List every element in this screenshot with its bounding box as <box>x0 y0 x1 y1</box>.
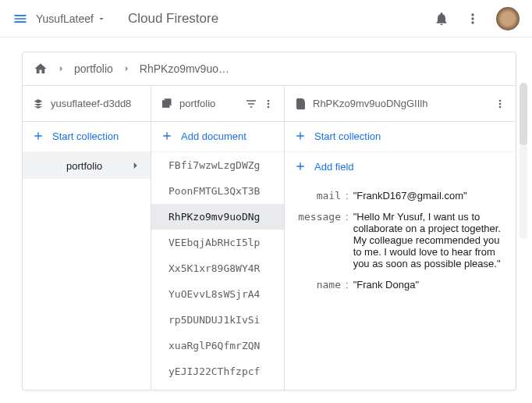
project-chevron-icon[interactable] <box>97 14 106 23</box>
more-vert-icon[interactable] <box>465 11 481 27</box>
plus-icon <box>294 160 307 173</box>
action-label: Start collection <box>314 130 381 142</box>
column-collection: portfolio Add document <box>151 86 285 390</box>
collection-item[interactable]: portfolio <box>23 152 151 179</box>
breadcrumb-item[interactable]: portfolio <box>74 62 113 75</box>
avatar[interactable] <box>496 7 520 30</box>
field-row[interactable]: mail:"FrankD167@gmail.com" <box>296 185 505 206</box>
notifications-icon[interactable] <box>434 11 449 27</box>
document-item[interactable]: VEEbqjAbRHcI5lp <box>151 230 284 255</box>
document-item[interactable]: rp5DUNDUJ1kIvSi <box>151 307 284 333</box>
document-item[interactable]: PoonFMTGL3QxT3B <box>151 178 284 204</box>
start-collection-button[interactable]: Start collection <box>285 122 516 152</box>
breadcrumb-item[interactable]: RhPKzo9mv9uo… <box>140 62 229 75</box>
more-vert-icon[interactable] <box>494 98 506 110</box>
document-item[interactable]: RhPKzo9mv9uoDNg <box>151 204 284 230</box>
add-document-button[interactable]: Add document <box>151 122 284 152</box>
column-header-label: portfolio <box>179 98 239 109</box>
column-header-label: RhPKzo9mv9uoDNgGIIlh <box>313 98 488 109</box>
column-header: yusuflateef-d3dd8 <box>23 86 151 122</box>
column-header: RhPKzo9mv9uoDNgGIIlh <box>285 86 516 122</box>
document-item[interactable]: xuaRglP6QfmrZQN <box>151 333 284 358</box>
plus-icon <box>161 130 173 142</box>
firestore-panel: portfolio RhPKzo9mv9uo… yusuflateef-d3dd… <box>22 52 516 391</box>
action-label: Start collection <box>52 130 119 142</box>
collection-label: portfolio <box>66 160 102 172</box>
chevron-right-icon <box>121 63 132 74</box>
plus-icon <box>294 130 307 142</box>
breadcrumb: portfolio RhPKzo9mv9uo… <box>23 52 516 85</box>
filter-icon[interactable] <box>245 98 257 110</box>
collection-icon <box>161 98 173 110</box>
field-value: "Hello Mr Yusuf, I want us to collaborat… <box>353 211 505 269</box>
more-vert-icon[interactable] <box>262 98 275 110</box>
add-field-button[interactable]: Add field <box>285 152 516 182</box>
project-name[interactable]: YusufLateef <box>36 12 94 25</box>
field-value: "FrankD167@gmail.com" <box>353 190 505 202</box>
document-item[interactable]: YuOEvvL8sWSjrA4 <box>151 281 284 307</box>
document-item[interactable]: yEJIJ22CThfzpcf <box>151 358 284 384</box>
action-label: Add document <box>181 130 246 142</box>
column-header: portfolio <box>151 86 284 122</box>
column-document: RhPKzo9mv9uoDNgGIIlh Start collection <box>285 86 516 390</box>
scrollbar[interactable] <box>520 83 527 239</box>
field-key: name <box>296 279 341 291</box>
document-item[interactable]: Xx5K1xr89G8WY4R <box>151 255 284 281</box>
plus-icon <box>32 130 44 142</box>
chevron-right-icon <box>55 63 66 74</box>
document-item[interactable]: FBfi7wzwLzgDWZg <box>151 152 284 178</box>
scrollbar-thumb[interactable] <box>520 83 527 145</box>
chevron-right-icon <box>129 159 141 172</box>
home-icon[interactable] <box>34 62 48 76</box>
topbar: YusufLateef Cloud Firestore <box>0 0 532 37</box>
column-root: yusuflateef-d3dd8 Start collection portf… <box>23 86 151 390</box>
document-icon <box>294 98 307 110</box>
database-icon <box>32 98 44 110</box>
menu-icon[interactable] <box>12 11 28 27</box>
field-value: "Frank Donga" <box>353 279 505 291</box>
action-label: Add field <box>314 161 354 173</box>
start-collection-button[interactable]: Start collection <box>23 122 151 152</box>
field-row[interactable]: message:"Hello Mr Yusuf, I want us to co… <box>296 206 505 274</box>
column-header-label: yusuflateef-d3dd8 <box>51 98 141 109</box>
field-key: mail <box>296 190 341 202</box>
field-row[interactable]: name:"Frank Donga" <box>296 274 505 295</box>
page-title: Cloud Firestore <box>128 11 218 27</box>
field-key: message <box>296 211 341 223</box>
